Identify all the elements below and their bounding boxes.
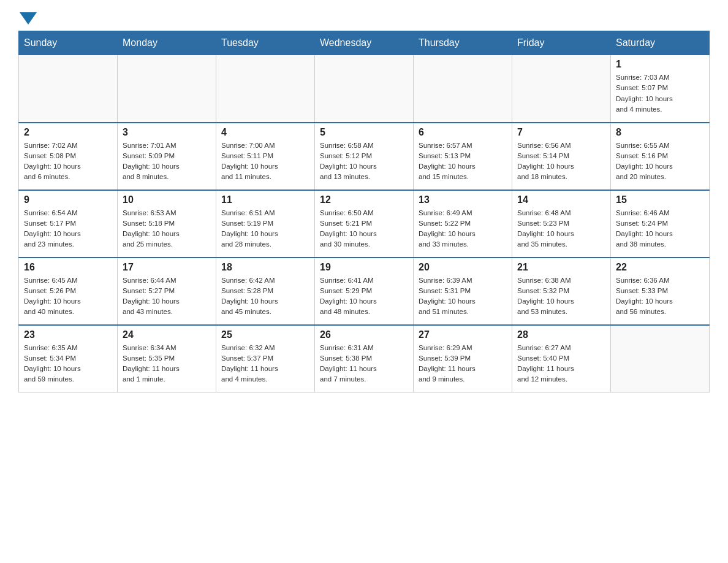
calendar-week-row: 9Sunrise: 6:54 AM Sunset: 5:17 PM Daylig…	[19, 190, 710, 258]
day-info: Sunrise: 6:44 AM Sunset: 5:27 PM Dayligh…	[123, 275, 211, 318]
weekday-header-monday: Monday	[118, 31, 216, 55]
day-number: 16	[24, 262, 112, 273]
day-info: Sunrise: 7:01 AM Sunset: 5:09 PM Dayligh…	[123, 140, 211, 183]
calendar-cell: 26Sunrise: 6:31 AM Sunset: 5:38 PM Dayli…	[315, 325, 414, 393]
calendar-cell	[118, 55, 216, 123]
day-info: Sunrise: 6:55 AM Sunset: 5:16 PM Dayligh…	[616, 140, 704, 183]
day-number: 9	[24, 194, 112, 205]
day-info: Sunrise: 6:39 AM Sunset: 5:31 PM Dayligh…	[419, 275, 507, 318]
calendar-cell: 17Sunrise: 6:44 AM Sunset: 5:27 PM Dayli…	[118, 258, 216, 325]
calendar-week-row: 16Sunrise: 6:45 AM Sunset: 5:26 PM Dayli…	[19, 258, 710, 325]
day-number: 2	[24, 127, 112, 138]
calendar-cell	[315, 55, 414, 123]
day-number: 20	[419, 262, 507, 273]
day-number: 13	[419, 194, 507, 205]
day-number: 19	[320, 262, 408, 273]
calendar-cell: 5Sunrise: 6:58 AM Sunset: 5:12 PM Daylig…	[315, 123, 414, 190]
day-info: Sunrise: 6:32 AM Sunset: 5:37 PM Dayligh…	[221, 343, 309, 385]
day-number: 28	[517, 329, 605, 340]
calendar-cell: 14Sunrise: 6:48 AM Sunset: 5:23 PM Dayli…	[512, 190, 611, 258]
day-number: 5	[320, 127, 408, 138]
calendar-cell	[611, 325, 710, 393]
day-number: 10	[123, 194, 211, 205]
calendar-cell: 15Sunrise: 6:46 AM Sunset: 5:24 PM Dayli…	[611, 190, 710, 258]
weekday-header-sunday: Sunday	[19, 31, 118, 55]
day-number: 6	[419, 127, 507, 138]
calendar-cell: 28Sunrise: 6:27 AM Sunset: 5:40 PM Dayli…	[512, 325, 611, 393]
calendar-cell: 3Sunrise: 7:01 AM Sunset: 5:09 PM Daylig…	[118, 123, 216, 190]
weekday-header-thursday: Thursday	[414, 31, 512, 55]
day-number: 22	[616, 262, 704, 273]
day-info: Sunrise: 6:49 AM Sunset: 5:22 PM Dayligh…	[419, 208, 507, 250]
page-header	[18, 12, 710, 25]
calendar-cell: 19Sunrise: 6:41 AM Sunset: 5:29 PM Dayli…	[315, 258, 414, 325]
day-number: 15	[616, 194, 704, 205]
day-info: Sunrise: 6:57 AM Sunset: 5:13 PM Dayligh…	[419, 140, 507, 183]
calendar-cell: 16Sunrise: 6:45 AM Sunset: 5:26 PM Dayli…	[19, 258, 118, 325]
day-info: Sunrise: 6:29 AM Sunset: 5:39 PM Dayligh…	[419, 343, 507, 385]
day-info: Sunrise: 6:45 AM Sunset: 5:26 PM Dayligh…	[24, 275, 112, 318]
calendar-cell	[19, 55, 118, 123]
calendar-cell: 25Sunrise: 6:32 AM Sunset: 5:37 PM Dayli…	[216, 325, 315, 393]
day-info: Sunrise: 6:31 AM Sunset: 5:38 PM Dayligh…	[320, 343, 408, 385]
day-info: Sunrise: 6:56 AM Sunset: 5:14 PM Dayligh…	[517, 140, 605, 183]
day-info: Sunrise: 6:27 AM Sunset: 5:40 PM Dayligh…	[517, 343, 605, 385]
day-number: 23	[24, 329, 112, 340]
day-number: 27	[419, 329, 507, 340]
calendar-cell: 2Sunrise: 7:02 AM Sunset: 5:08 PM Daylig…	[19, 123, 118, 190]
day-info: Sunrise: 7:03 AM Sunset: 5:07 PM Dayligh…	[616, 72, 704, 115]
day-info: Sunrise: 6:53 AM Sunset: 5:18 PM Dayligh…	[123, 208, 211, 250]
day-info: Sunrise: 6:35 AM Sunset: 5:34 PM Dayligh…	[24, 343, 112, 385]
day-info: Sunrise: 7:02 AM Sunset: 5:08 PM Dayligh…	[24, 140, 112, 183]
calendar-cell: 10Sunrise: 6:53 AM Sunset: 5:18 PM Dayli…	[118, 190, 216, 258]
weekday-header-tuesday: Tuesday	[216, 31, 315, 55]
calendar-cell: 6Sunrise: 6:57 AM Sunset: 5:13 PM Daylig…	[414, 123, 512, 190]
day-number: 25	[221, 329, 309, 340]
calendar-cell: 11Sunrise: 6:51 AM Sunset: 5:19 PM Dayli…	[216, 190, 315, 258]
calendar-cell: 27Sunrise: 6:29 AM Sunset: 5:39 PM Dayli…	[414, 325, 512, 393]
day-info: Sunrise: 7:00 AM Sunset: 5:11 PM Dayligh…	[221, 140, 309, 183]
calendar-week-row: 23Sunrise: 6:35 AM Sunset: 5:34 PM Dayli…	[19, 325, 710, 393]
day-number: 12	[320, 194, 408, 205]
day-info: Sunrise: 6:34 AM Sunset: 5:35 PM Dayligh…	[123, 343, 211, 385]
day-number: 18	[221, 262, 309, 273]
day-number: 4	[221, 127, 309, 138]
calendar-cell: 20Sunrise: 6:39 AM Sunset: 5:31 PM Dayli…	[414, 258, 512, 325]
calendar-cell: 4Sunrise: 7:00 AM Sunset: 5:11 PM Daylig…	[216, 123, 315, 190]
weekday-header-saturday: Saturday	[611, 31, 710, 55]
calendar-cell: 9Sunrise: 6:54 AM Sunset: 5:17 PM Daylig…	[19, 190, 118, 258]
weekday-header-wednesday: Wednesday	[315, 31, 414, 55]
calendar-cell: 1Sunrise: 7:03 AM Sunset: 5:07 PM Daylig…	[611, 55, 710, 123]
calendar-table: SundayMondayTuesdayWednesdayThursdayFrid…	[18, 31, 710, 393]
calendar-cell	[216, 55, 315, 123]
day-info: Sunrise: 6:54 AM Sunset: 5:17 PM Dayligh…	[24, 208, 112, 250]
day-info: Sunrise: 6:46 AM Sunset: 5:24 PM Dayligh…	[616, 208, 704, 250]
day-info: Sunrise: 6:41 AM Sunset: 5:29 PM Dayligh…	[320, 275, 408, 318]
weekday-header-friday: Friday	[512, 31, 611, 55]
day-info: Sunrise: 6:48 AM Sunset: 5:23 PM Dayligh…	[517, 208, 605, 250]
day-info: Sunrise: 6:36 AM Sunset: 5:33 PM Dayligh…	[616, 275, 704, 318]
day-number: 11	[221, 194, 309, 205]
calendar-cell: 12Sunrise: 6:50 AM Sunset: 5:21 PM Dayli…	[315, 190, 414, 258]
day-number: 17	[123, 262, 211, 273]
logo-triangle-icon	[20, 12, 37, 25]
calendar-week-row: 2Sunrise: 7:02 AM Sunset: 5:08 PM Daylig…	[19, 123, 710, 190]
logo	[18, 12, 38, 25]
day-info: Sunrise: 6:42 AM Sunset: 5:28 PM Dayligh…	[221, 275, 309, 318]
calendar-cell	[512, 55, 611, 123]
day-info: Sunrise: 6:50 AM Sunset: 5:21 PM Dayligh…	[320, 208, 408, 250]
calendar-cell	[414, 55, 512, 123]
day-number: 24	[123, 329, 211, 340]
calendar-week-row: 1Sunrise: 7:03 AM Sunset: 5:07 PM Daylig…	[19, 55, 710, 123]
day-number: 1	[616, 59, 704, 70]
day-info: Sunrise: 6:38 AM Sunset: 5:32 PM Dayligh…	[517, 275, 605, 318]
day-info: Sunrise: 6:51 AM Sunset: 5:19 PM Dayligh…	[221, 208, 309, 250]
day-number: 21	[517, 262, 605, 273]
weekday-header-row: SundayMondayTuesdayWednesdayThursdayFrid…	[19, 31, 710, 55]
calendar-cell: 13Sunrise: 6:49 AM Sunset: 5:22 PM Dayli…	[414, 190, 512, 258]
calendar-cell: 8Sunrise: 6:55 AM Sunset: 5:16 PM Daylig…	[611, 123, 710, 190]
calendar-cell: 23Sunrise: 6:35 AM Sunset: 5:34 PM Dayli…	[19, 325, 118, 393]
day-number: 7	[517, 127, 605, 138]
day-info: Sunrise: 6:58 AM Sunset: 5:12 PM Dayligh…	[320, 140, 408, 183]
calendar-cell: 7Sunrise: 6:56 AM Sunset: 5:14 PM Daylig…	[512, 123, 611, 190]
